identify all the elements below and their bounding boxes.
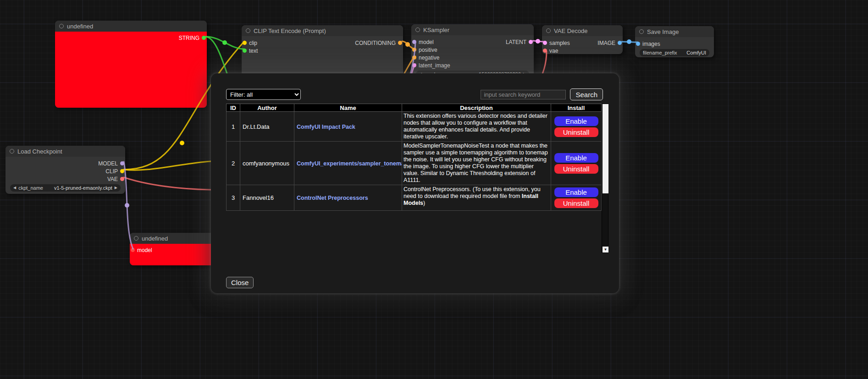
output-label: LATENT — [506, 39, 526, 45]
node-title-bar[interactable]: VAE Decode — [542, 25, 623, 36]
link-dot — [405, 42, 410, 47]
input-label: model — [419, 39, 434, 45]
node-title-bar[interactable]: KSampler — [411, 24, 534, 35]
prev-option-arrow-icon[interactable] — [13, 184, 16, 192]
node-title: VAE Decode — [554, 27, 587, 34]
vae-output-port[interactable] — [120, 177, 124, 181]
link-dot — [125, 203, 129, 208]
search-button[interactable]: Search — [570, 88, 603, 100]
search-area: Search — [481, 88, 603, 100]
collapse-dot-icon[interactable] — [639, 29, 644, 34]
cell-description: ModelSamplerTonemapNoiseTest a node that… — [402, 142, 551, 185]
header-id: ID — [227, 104, 240, 112]
node-save-image[interactable]: Save Image images filename_prefix ComfyU… — [635, 26, 714, 57]
wire-string-to-text — [206, 37, 244, 49]
scrollbar-down-arrow-icon[interactable] — [603, 247, 608, 253]
node-title-bar[interactable]: Save Image — [635, 26, 714, 37]
table-row: 2 comfyanonymous ComfyUI_experiments/sam… — [227, 142, 602, 185]
cell-install: Enable Uninstall — [551, 142, 602, 185]
header-install: Install — [551, 104, 602, 112]
negative-input-port[interactable] — [412, 55, 416, 60]
node-title-bar[interactable]: CLIP Text Encode (Prompt) — [242, 25, 403, 36]
node-title: Save Image — [647, 28, 679, 35]
output-label: MODEL — [98, 160, 118, 167]
text-input-port[interactable] — [243, 49, 247, 53]
output-label: STRING — [179, 35, 199, 41]
node-title: CLIP Text Encode (Prompt) — [254, 27, 326, 34]
node-title: KSampler — [423, 27, 449, 33]
link-dot — [222, 40, 227, 45]
image-output-port[interactable] — [618, 41, 622, 45]
conditioning-output-port[interactable] — [398, 41, 402, 45]
cell-install: Enable Uninstall — [551, 112, 602, 142]
collapse-dot-icon[interactable] — [546, 28, 551, 33]
clip-input-port[interactable] — [243, 41, 247, 45]
widget-label: filename_prefix — [643, 50, 677, 55]
node-vae-decode[interactable]: VAE Decode samples IMAGE vae — [542, 25, 623, 54]
uninstall-button[interactable]: Uninstall — [554, 198, 598, 208]
next-option-arrow-icon[interactable] — [115, 184, 117, 192]
link-dot — [536, 39, 540, 44]
header-description: Description — [402, 104, 551, 112]
output-label: CLIP — [105, 168, 118, 175]
latent-output-port[interactable] — [529, 40, 533, 44]
collapse-dot-icon[interactable] — [10, 149, 14, 154]
node-load-checkpoint[interactable]: Load Checkpoint MODEL CLIP VAE ckpt_name… — [6, 146, 125, 194]
dialog-toolbar: Filter: all Search — [226, 88, 603, 100]
cell-id: 2 — [227, 142, 240, 185]
string-output-port[interactable] — [202, 36, 206, 40]
node-undefined-top[interactable]: undefined STRING — [55, 21, 207, 108]
link-dot — [627, 39, 631, 44]
images-input-port[interactable] — [636, 42, 640, 46]
model-input-port[interactable] — [131, 248, 135, 252]
extension-link[interactable]: ComfyUI_experiments/sampler_tonemap — [297, 160, 402, 167]
model-output-port[interactable] — [120, 161, 124, 165]
scrollbar-thumb[interactable] — [603, 104, 608, 193]
extension-link[interactable]: ControlNet Preprocessors — [297, 195, 368, 201]
collapse-dot-icon[interactable] — [415, 27, 420, 32]
node-title-bar[interactable]: Load Checkpoint — [6, 146, 125, 157]
table-row: 3 Fannovel16 ControlNet Preprocessors Co… — [227, 185, 602, 211]
node-title-bar[interactable]: undefined — [55, 21, 207, 32]
cell-author: Dr.Lt.Data — [240, 112, 294, 142]
cell-author: Fannovel16 — [240, 185, 294, 211]
node-error-body: STRING — [55, 32, 207, 108]
input-label: latent_image — [419, 62, 450, 69]
model-input-port[interactable] — [412, 40, 416, 44]
input-label: text — [249, 48, 258, 54]
latent-image-input-port[interactable] — [412, 63, 416, 67]
search-input[interactable] — [481, 90, 566, 99]
uninstall-button[interactable]: Uninstall — [554, 127, 598, 137]
filter-select[interactable]: Filter: all — [226, 89, 301, 100]
widget-value: v1-5-pruned-emaonly.ckpt — [54, 185, 112, 191]
table-row: 1 Dr.Lt.Data ComfyUI Impact Pack This ex… — [227, 112, 602, 142]
close-button[interactable]: Close — [226, 277, 254, 288]
enable-button[interactable]: Enable — [554, 153, 598, 163]
node-title: undefined — [142, 235, 168, 242]
collapse-dot-icon[interactable] — [246, 28, 250, 33]
collapse-dot-icon[interactable] — [134, 236, 138, 241]
input-label: negative — [419, 55, 439, 61]
samples-input-port[interactable] — [543, 41, 547, 45]
enable-button[interactable]: Enable — [554, 187, 598, 197]
collapse-dot-icon[interactable] — [59, 24, 64, 28]
filename-prefix-widget[interactable]: filename_prefix ComfyUI — [640, 49, 709, 56]
extensions-table-area: ID Author Name Description Install 1 Dr.… — [226, 104, 609, 253]
extension-link[interactable]: ComfyUI Impact Pack — [297, 124, 355, 130]
ckpt-name-widget[interactable]: ckpt_name v1-5-pruned-emaonly.ckpt — [10, 184, 121, 192]
output-label: VAE — [107, 176, 118, 182]
output-label: IMAGE — [597, 40, 615, 46]
node-title: undefined — [67, 23, 93, 30]
cell-author: comfyanonymous — [240, 142, 294, 185]
clip-output-port[interactable] — [120, 169, 124, 173]
input-label: vae — [549, 48, 558, 54]
cell-id: 1 — [227, 112, 240, 142]
input-label: samples — [549, 40, 570, 46]
uninstall-button[interactable]: Uninstall — [554, 164, 598, 174]
table-scrollbar[interactable] — [602, 104, 608, 253]
enable-button[interactable]: Enable — [554, 116, 598, 126]
vae-input-port[interactable] — [543, 49, 547, 53]
link-dot — [180, 141, 184, 145]
input-label: positive — [419, 47, 437, 53]
positive-input-port[interactable] — [412, 48, 416, 52]
